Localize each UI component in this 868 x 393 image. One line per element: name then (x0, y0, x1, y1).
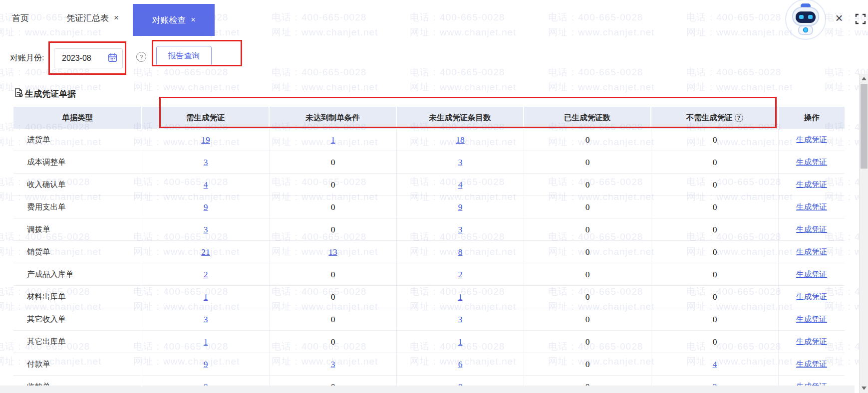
generated-count-cell: 0 (524, 308, 651, 330)
doc-type-cell: 其它收入单 (13, 308, 142, 330)
no-need-cell: 0 (651, 218, 779, 240)
vertical-scrollbar[interactable] (859, 74, 868, 393)
need-voucher-cell[interactable]: 9 (142, 353, 270, 375)
not-ready-cell[interactable]: 1 (270, 129, 397, 151)
not-generated-cell[interactable]: 1 (397, 331, 524, 353)
need-voucher-cell[interactable]: 2 (142, 263, 270, 285)
generate-voucher-link[interactable]: 生成凭证 (796, 180, 827, 190)
not-ready-cell: 0 (270, 286, 397, 308)
need-voucher-cell[interactable]: 4 (142, 174, 270, 196)
need-voucher-cell[interactable]: 19 (142, 129, 270, 151)
not-ready-cell: 0 (270, 331, 397, 353)
not-generated-cell[interactable]: 3 (397, 151, 524, 173)
no-need-cell[interactable]: 4 (651, 353, 779, 375)
not-generated-cell[interactable]: 2 (397, 263, 524, 285)
not-generated-cell[interactable]: 3 (397, 218, 524, 240)
tab-close-icon[interactable]: × (114, 13, 119, 23)
not-generated-cell[interactable]: 4 (397, 174, 524, 196)
generated-count-cell: 0 (524, 151, 651, 173)
watermark-text: 电话：400-665-0028网址：www.chanjet.net (272, 65, 378, 95)
doc-type-cell: 销货单 (13, 241, 142, 263)
tab-voucher-summary[interactable]: 凭证汇总表 × (66, 0, 119, 36)
generated-count-cell: 0 (524, 218, 651, 240)
not-generated-cell[interactable]: 1 (397, 286, 524, 308)
tab-home[interactable]: 首页 (12, 0, 29, 36)
no-need-cell: 0 (651, 241, 779, 263)
generate-voucher-link[interactable]: 生成凭证 (796, 224, 827, 235)
watermark-text: 电话：400-665-0028网址：www.chanjet.net (133, 65, 240, 95)
watermark-text: 电话：400-665-0028网址：www.chanjet.net (410, 65, 516, 95)
no-need-cell: 0 (651, 151, 779, 173)
not-ready-cell[interactable]: 13 (270, 241, 397, 263)
help-icon[interactable]: ? (136, 52, 146, 62)
table-row: 其它出库单 1 0 1 0 0 生成凭证 (13, 331, 845, 353)
not-ready-cell: 0 (270, 196, 397, 218)
table-row: 材料出库单 1 0 1 0 0 生成凭证 (13, 286, 845, 308)
assistant-robot-avatar[interactable] (785, 0, 827, 40)
scrollbar-thumb[interactable] (861, 84, 868, 169)
not-ready-cell: 0 (270, 263, 397, 285)
month-input[interactable]: 2023-08 (54, 48, 123, 68)
scroll-up-icon[interactable] (862, 77, 867, 80)
generate-voucher-link[interactable]: 生成凭证 (796, 292, 827, 302)
generated-count-cell: 0 (524, 263, 651, 285)
section-title: 生成凭证单据 (13, 88, 76, 100)
generated-count-cell: 0 (524, 331, 651, 353)
no-need-cell: 0 (651, 331, 779, 353)
need-voucher-cell[interactable]: 9 (142, 196, 270, 218)
document-icon (13, 88, 23, 100)
doc-type-cell: 材料出库单 (13, 286, 142, 308)
col-header-not-ready: 未达到制单条件 (270, 107, 397, 129)
generate-voucher-link[interactable]: 生成凭证 (796, 135, 827, 145)
not-generated-cell[interactable]: 6 (397, 353, 524, 375)
tab-label: 凭证汇总表 (66, 12, 109, 24)
doc-type-cell: 产成品入库单 (13, 263, 142, 285)
table-row: 成本调整单 3 0 3 0 0 生成凭证 (13, 151, 845, 174)
table-row: 进货单 19 1 18 0 0 生成凭证 (13, 129, 845, 151)
generate-voucher-link[interactable]: 生成凭证 (796, 247, 827, 257)
generated-count-cell: 0 (524, 353, 651, 375)
help-icon[interactable]: ? (735, 114, 743, 122)
not-ready-cell[interactable]: 3 (270, 353, 397, 375)
watermark-text: 电话：400-665-0028网址：www.chanjet.net (548, 65, 654, 95)
not-generated-cell[interactable]: 3 (397, 308, 524, 330)
no-need-cell: 0 (651, 286, 779, 308)
calendar-icon[interactable] (107, 52, 118, 65)
generated-count-cell: 0 (524, 129, 651, 151)
need-voucher-cell[interactable]: 21 (142, 241, 270, 263)
col-header-action: 操作 (779, 107, 845, 129)
need-voucher-cell[interactable]: 3 (142, 151, 270, 173)
close-icon[interactable]: × (831, 10, 847, 26)
col-header-doc-type: 单据类型 (13, 107, 142, 129)
generate-voucher-link[interactable]: 生成凭证 (796, 202, 827, 212)
col-header-no-need: 不需生成凭证 ? (651, 107, 779, 129)
need-voucher-cell[interactable]: 3 (142, 218, 270, 240)
not-ready-cell: 0 (270, 218, 397, 240)
not-generated-cell[interactable]: 18 (397, 129, 524, 151)
generate-voucher-link[interactable]: 生成凭证 (796, 269, 827, 280)
generate-voucher-link[interactable]: 生成凭证 (796, 314, 827, 325)
generate-voucher-link[interactable]: 生成凭证 (796, 359, 827, 370)
need-voucher-cell[interactable]: 1 (142, 331, 270, 353)
generated-count-cell: 0 (524, 286, 651, 308)
scroll-down-icon[interactable] (862, 387, 867, 390)
no-need-cell: 0 (651, 129, 779, 151)
doc-type-cell: 其它出库单 (13, 331, 142, 353)
voucher-table: 单据类型 需生成凭证 未达到制单条件 未生成凭证条目数 已生成凭证数 不需生成凭… (13, 107, 845, 393)
table-row: 收入确认单 4 0 4 0 0 生成凭证 (13, 174, 845, 196)
generate-voucher-link[interactable]: 生成凭证 (796, 337, 827, 347)
not-generated-cell[interactable]: 9 (397, 196, 524, 218)
not-generated-cell[interactable]: 8 (397, 241, 524, 263)
need-voucher-cell[interactable]: 3 (142, 308, 270, 330)
fullscreen-icon[interactable] (855, 13, 867, 25)
generate-voucher-link[interactable]: 生成凭证 (796, 157, 827, 168)
need-voucher-cell[interactable]: 1 (142, 286, 270, 308)
report-query-button[interactable]: 报告查询 (156, 46, 212, 66)
col-header-not-generated: 未生成凭证条目数 (397, 107, 524, 129)
doc-type-cell: 费用支出单 (13, 196, 142, 218)
tab-reconciliation-check[interactable]: 对账检查 × (133, 4, 215, 36)
tab-close-icon[interactable]: × (191, 15, 195, 24)
tab-bar: 首页 凭证汇总表 × 对账检查 × × (0, 0, 868, 36)
no-need-cell: 0 (651, 196, 779, 218)
generated-count-cell: 0 (524, 241, 651, 263)
